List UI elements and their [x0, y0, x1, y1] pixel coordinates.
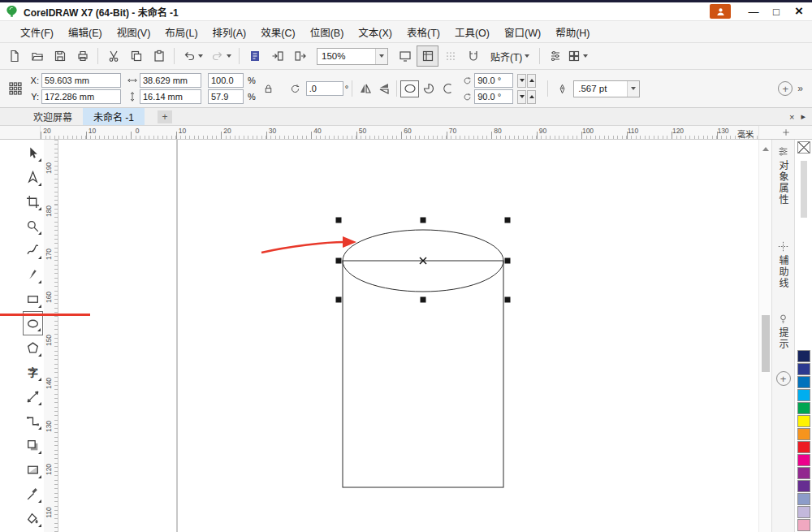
- transparency-tool[interactable]: [23, 457, 43, 482]
- y-position-field[interactable]: 172.286 mm: [41, 89, 121, 104]
- menu-item-6[interactable]: 效果(C): [253, 21, 302, 43]
- menu-item-12[interactable]: 帮助(H): [548, 21, 597, 43]
- zoom-level-combo[interactable]: 150%: [317, 48, 388, 65]
- undo-dropdown-caret[interactable]: [198, 54, 203, 58]
- palette-swatch[interactable]: [797, 506, 810, 518]
- application-launcher-button[interactable]: [567, 45, 589, 67]
- palette-swatch[interactable]: [797, 389, 810, 401]
- drop-shadow-tool[interactable]: [23, 433, 43, 457]
- docker-expand-icon[interactable]: ▸: [801, 111, 806, 122]
- account-button[interactable]: [710, 4, 731, 19]
- start-angle-spin-up[interactable]: [527, 74, 536, 88]
- x-position-field[interactable]: 59.603 mm: [41, 73, 121, 88]
- search-content-button[interactable]: [244, 45, 266, 67]
- minimize-button[interactable]: —: [742, 2, 765, 20]
- tab-welcome-screen[interactable]: 欢迎屏幕: [23, 108, 83, 125]
- palette-swatch[interactable]: [797, 519, 810, 531]
- zoom-tool[interactable]: [23, 214, 43, 238]
- zoom-combo-button[interactable]: [375, 49, 387, 64]
- palette-swatch[interactable]: [797, 467, 810, 479]
- palette-swatch[interactable]: [797, 493, 810, 505]
- import-button[interactable]: [266, 45, 288, 67]
- close-button[interactable]: ×: [788, 2, 810, 20]
- fullscreen-preview-button[interactable]: [394, 45, 416, 67]
- text-tool[interactable]: 字: [23, 360, 43, 384]
- overflow-button[interactable]: »: [797, 83, 803, 94]
- show-grid-button[interactable]: [439, 45, 461, 67]
- vertical-scrollbar[interactable]: [758, 140, 771, 532]
- connector-tool[interactable]: [23, 409, 43, 433]
- palette-swatch[interactable]: [797, 350, 810, 362]
- print-button[interactable]: [71, 45, 93, 67]
- scale-vertical-field[interactable]: 57.9: [208, 89, 244, 104]
- save-button[interactable]: [49, 45, 71, 67]
- menu-item-10[interactable]: 工具(O): [447, 21, 497, 43]
- cut-button[interactable]: [102, 45, 124, 67]
- interactive-fill-tool[interactable]: [23, 506, 43, 530]
- show-rulers-button[interactable]: [417, 45, 438, 67]
- pie-mode-button[interactable]: [419, 80, 438, 97]
- mirror-vertical-button[interactable]: [374, 80, 393, 97]
- menu-item-2[interactable]: 编辑(E): [61, 21, 110, 43]
- lock-ratio-button[interactable]: [257, 78, 279, 99]
- menu-item-5[interactable]: 排列(A): [205, 21, 254, 43]
- docker-close-icon[interactable]: ×: [789, 112, 794, 122]
- menu-item-4[interactable]: 布局(L): [158, 21, 205, 43]
- end-angle-field[interactable]: 90.0 °: [474, 89, 513, 104]
- new-document-button[interactable]: [3, 45, 25, 67]
- menu-item-9[interactable]: 表格(T): [400, 21, 447, 43]
- menu-item-8[interactable]: 文本(X): [351, 21, 400, 43]
- menu-item-3[interactable]: 视图(V): [110, 21, 158, 43]
- end-angle-spin-down[interactable]: [517, 90, 526, 104]
- eyedropper-tool[interactable]: [23, 482, 43, 506]
- shape-tool[interactable]: [23, 165, 43, 189]
- new-document-tab-button[interactable]: +: [158, 110, 172, 123]
- palette-scrollbar[interactable]: [801, 161, 807, 218]
- palette-swatch[interactable]: [797, 441, 810, 453]
- arc-mode-button[interactable]: [438, 80, 456, 97]
- scale-horizontal-field[interactable]: 100.0: [208, 73, 244, 88]
- export-button[interactable]: [289, 45, 311, 67]
- dimension-tool[interactable]: [23, 384, 43, 409]
- open-button[interactable]: [26, 45, 48, 67]
- ellipse-mode-button[interactable]: [400, 80, 419, 97]
- quick-customize-button[interactable]: +: [778, 81, 793, 96]
- end-angle-spin-up[interactable]: [527, 90, 536, 104]
- palette-swatch[interactable]: [797, 376, 810, 388]
- pick-tool[interactable]: [23, 141, 43, 165]
- scroll-up-icon[interactable]: [762, 147, 769, 151]
- rotation-angle-field[interactable]: .0: [306, 81, 343, 96]
- vertical-ruler[interactable]: 190180170160150140130120110: [44, 140, 58, 532]
- outline-width-combo[interactable]: .567 pt: [573, 80, 640, 97]
- palette-swatch[interactable]: [797, 454, 810, 466]
- object-height-field[interactable]: 16.14 mm: [140, 89, 201, 104]
- tab-untitled-1[interactable]: 未命名 -1: [83, 108, 145, 125]
- docker-tab-guidelines[interactable]: 辅助线: [776, 241, 790, 289]
- drawn-rectangle[interactable]: [343, 261, 503, 487]
- palette-swatch[interactable]: [797, 428, 810, 440]
- rectangle-tool[interactable]: [23, 287, 43, 311]
- undo-button[interactable]: [179, 45, 206, 67]
- redo-button[interactable]: [207, 45, 235, 67]
- paste-button[interactable]: [148, 45, 170, 67]
- palette-swatch[interactable]: [797, 480, 810, 492]
- maximize-button[interactable]: □: [765, 2, 788, 20]
- freehand-tool[interactable]: [23, 238, 43, 262]
- mirror-horizontal-button[interactable]: [356, 80, 374, 97]
- redo-dropdown-caret[interactable]: [227, 54, 231, 58]
- ruler-settings-icon[interactable]: [782, 128, 790, 136]
- snap-to-button[interactable]: 贴齐(T): [485, 46, 535, 67]
- palette-swatch[interactable]: [797, 363, 810, 375]
- object-width-field[interactable]: 38.629 mm: [140, 73, 201, 88]
- snap-settings-button[interactable]: [462, 45, 484, 67]
- menu-item-1[interactable]: 文件(F): [13, 21, 61, 43]
- palette-swatch[interactable]: [797, 415, 810, 427]
- add-docker-button[interactable]: +: [776, 371, 791, 386]
- ruler-origin-corner[interactable]: [0, 126, 41, 139]
- crop-tool[interactable]: [23, 189, 43, 214]
- outline-width-button[interactable]: [627, 81, 639, 97]
- drawing-canvas[interactable]: [58, 140, 758, 532]
- menu-item-7[interactable]: 位图(B): [303, 21, 352, 43]
- polygon-tool[interactable]: [23, 335, 43, 360]
- palette-swatch[interactable]: [797, 402, 810, 414]
